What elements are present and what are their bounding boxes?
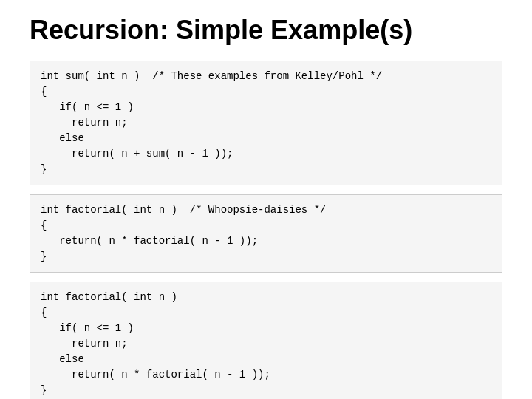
page-container: Recursion: Simple Example(s) int sum( in…	[0, 0, 532, 399]
code-block-1: int sum( int n ) /* These examples from …	[30, 61, 502, 185]
code-block-3: int factorial( int n ) { if( n <= 1 ) re…	[30, 282, 502, 399]
code-block-2: int factorial( int n ) /* Whoopsie-daisi…	[30, 194, 502, 273]
page-title: Recursion: Simple Example(s)	[30, 15, 502, 46]
